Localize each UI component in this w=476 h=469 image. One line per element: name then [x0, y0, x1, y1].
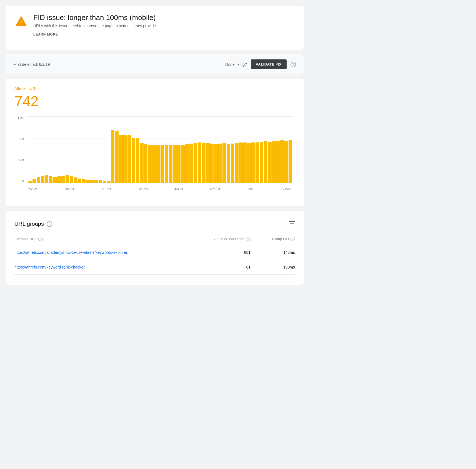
- row-population: 61: [195, 265, 250, 269]
- detection-bar: First detected: 6/2/19 Done fixing? VALI…: [6, 54, 304, 74]
- chart-bar: [103, 181, 106, 183]
- group-fid-help-icon[interactable]: ?: [290, 237, 295, 241]
- affected-urls-count: 742: [14, 93, 295, 110]
- chart-bar: [140, 143, 144, 183]
- chart-bar: [86, 180, 90, 183]
- sort-arrow-icon: ↓: [213, 237, 215, 241]
- chart-bar: [214, 144, 218, 183]
- x-axis: 2/20/23 3/4/23 3/16/23 3/28/23 4/9/23 4/…: [28, 184, 292, 194]
- header-text: FID issue: longer than 100ms (mobile) UR…: [33, 13, 156, 37]
- chart-bar: [132, 138, 135, 183]
- chart-bar: [99, 180, 102, 183]
- chart-bar: [210, 144, 214, 183]
- chart-bar: [177, 145, 181, 183]
- chart-bar: [202, 143, 206, 183]
- done-fixing-label: Done fixing?: [225, 62, 247, 67]
- page-description: URLs with this issue need to improve the…: [33, 24, 156, 28]
- chart-bar: [148, 145, 152, 183]
- chart-bar: [218, 144, 222, 183]
- chart-bar: [189, 144, 193, 183]
- chart-bar: [49, 176, 52, 183]
- x-label-7: 5/3/23: [247, 187, 255, 191]
- chart-bar: [161, 145, 164, 183]
- chart-section: 1.2K 800 400 0 2/20/23 3/4/23: [14, 110, 295, 199]
- x-label-5: 4/9/23: [174, 187, 183, 191]
- help-icon[interactable]: ?: [290, 62, 296, 67]
- url-groups-header: URL groups ?: [14, 221, 295, 227]
- chart-bar: [165, 145, 168, 183]
- chart-bar: [260, 142, 263, 183]
- x-label-8: 5/15/23: [282, 187, 292, 191]
- url-groups-help-icon[interactable]: ?: [47, 221, 52, 227]
- chart-bar: [169, 145, 172, 183]
- table-row: https://ahrefs.com/academy/how-to-use-ah…: [14, 245, 295, 260]
- chart-bar: [247, 143, 251, 183]
- chart-bar: [222, 143, 226, 183]
- chart-container: 1.2K 800 400 0 2/20/23 3/4/23: [14, 116, 295, 194]
- chart-bar: [255, 142, 259, 183]
- affected-urls-label: Affected URLs: [14, 86, 295, 91]
- example-url-help-icon[interactable]: ?: [38, 237, 43, 241]
- row-url[interactable]: https://ahrefs.com/keyword-rank-checker: [14, 265, 195, 269]
- validate-fix-button[interactable]: VALIDATE FIX: [251, 59, 287, 69]
- chart-bar: [181, 145, 185, 183]
- chart-bar: [272, 141, 276, 183]
- y-label-400: 400: [19, 159, 24, 162]
- page-title: FID issue: longer than 100ms (mobile): [33, 13, 156, 22]
- chart-bar: [144, 144, 148, 183]
- header-card: ! FID issue: longer than 100ms (mobile) …: [6, 6, 304, 50]
- col-fid-label: Group FID: [272, 237, 289, 241]
- chart-bar: [276, 141, 280, 183]
- table-header: Example URL ? ↓ Group population ? Group…: [14, 234, 295, 244]
- group-population-help-icon[interactable]: ?: [246, 237, 250, 241]
- y-label-0: 0: [22, 180, 24, 183]
- filter-icon[interactable]: [289, 221, 295, 227]
- col-header-population: ↓ Group population ?: [195, 237, 250, 241]
- chart-bar: [185, 144, 189, 183]
- chart-bar: [94, 180, 98, 183]
- chart-bar: [198, 142, 201, 183]
- chart-bar: [37, 177, 40, 183]
- chart-bar: [107, 181, 111, 183]
- y-axis: 1.2K 800 400 0: [14, 116, 26, 183]
- bars-container: [28, 116, 292, 183]
- col-population-label: Group population: [217, 237, 244, 241]
- chart-bar: [231, 144, 234, 183]
- chart-bar: [264, 141, 267, 183]
- first-detected-label: First detected: 6/2/19: [13, 62, 50, 67]
- chart-bar: [268, 142, 272, 183]
- chart-bar: [127, 135, 131, 183]
- chart-bar: [206, 143, 210, 183]
- row-fid: 190ms: [250, 265, 295, 269]
- chart-bar: [235, 143, 239, 183]
- chart-bar: [194, 143, 197, 183]
- url-groups-label: URL groups: [14, 221, 44, 227]
- warning-triangle-icon: !: [14, 14, 28, 28]
- chart-bar: [227, 144, 230, 183]
- col-url-label: Example URL: [14, 237, 37, 241]
- row-url[interactable]: https://ahrefs.com/academy/how-to-use-ah…: [14, 250, 195, 255]
- x-label-6: 4/21/23: [210, 187, 220, 191]
- table-row: https://ahrefs.com/keyword-rank-checker …: [14, 260, 295, 275]
- learn-more-button[interactable]: LEARN MORE: [33, 32, 58, 36]
- url-groups-title: URL groups ?: [14, 221, 52, 227]
- right-actions: Done fixing? VALIDATE FIX ?: [225, 59, 296, 69]
- x-label-2: 3/4/23: [65, 187, 74, 191]
- chart-bar: [119, 135, 123, 183]
- chart-bar: [156, 145, 160, 183]
- chart-bar: [57, 176, 61, 183]
- chart-bar: [136, 138, 139, 183]
- col-header-fid: Group FID ?: [250, 237, 295, 241]
- x-label-1: 2/20/23: [28, 187, 39, 191]
- chart-bar: [61, 176, 65, 183]
- table-rows-container: https://ahrefs.com/academy/how-to-use-ah…: [14, 245, 295, 275]
- chart-bar: [111, 130, 115, 183]
- row-fid: 148ms: [250, 250, 295, 255]
- chart-bar: [53, 177, 57, 183]
- x-label-3: 3/16/23: [101, 187, 111, 191]
- col-header-url: Example URL ?: [14, 237, 195, 241]
- chart-bar: [173, 145, 177, 183]
- chart-bar: [115, 131, 119, 183]
- chart-bar: [28, 181, 32, 183]
- chart-bar: [41, 176, 44, 183]
